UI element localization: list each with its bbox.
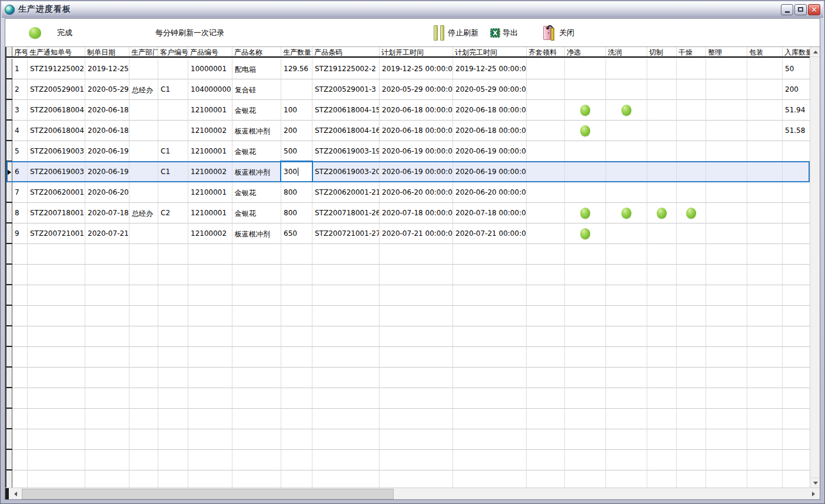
cell-customer_no[interactable]: [158, 182, 188, 203]
table-row[interactable]: 8STZ2007180012020-07-18总经办C212100001金银花8…: [6, 203, 810, 223]
cell-seq[interactable]: 4: [12, 121, 28, 141]
cell-plan_end[interactable]: 2020-06-18 00:00:00: [453, 100, 527, 121]
cell-product_name[interactable]: 复合硅: [232, 79, 281, 100]
cell-order_date[interactable]: 2020-06-20: [85, 182, 129, 203]
cell-qty[interactable]: [281, 79, 312, 100]
scroll-up-button[interactable]: [810, 47, 820, 57]
cell-notice_no[interactable]: STZ200721001: [28, 223, 85, 244]
cell-dept[interactable]: [129, 141, 158, 162]
cell-dept[interactable]: [129, 59, 158, 79]
column-header-zhengli[interactable]: 整理: [706, 47, 747, 56]
cell-dept[interactable]: 总经办: [129, 79, 158, 100]
cell-seq[interactable]: 3: [12, 100, 28, 121]
cell-customer_no[interactable]: C1: [158, 79, 188, 100]
column-header-jingxuan[interactable]: 净选: [565, 47, 606, 56]
column-header-qitao[interactable]: 齐套领料: [527, 47, 565, 56]
title-bar[interactable]: 生产进度看板 ✕: [2, 2, 823, 18]
table-row[interactable]: 5STZ2006190032020-06-19C112100001金银花500S…: [6, 141, 810, 162]
export-button[interactable]: X 导出: [490, 19, 518, 47]
table-row[interactable]: 1STZ1912250022019-12-2510000001配电箱129.56…: [6, 59, 810, 79]
column-header-ganzao[interactable]: 干燥: [677, 47, 706, 56]
cell-plan_start[interactable]: 2020-06-18 00:00:00: [380, 121, 453, 141]
cell-notice_no[interactable]: STZ200620001: [28, 182, 85, 203]
cell-product_no[interactable]: 12100002: [188, 223, 232, 244]
cell-barcode[interactable]: STZ200618004-15: [312, 100, 380, 121]
cell-plan_start[interactable]: 2020-06-20 00:00:00: [380, 182, 453, 203]
cell-product_no[interactable]: 12100001: [188, 141, 232, 162]
column-header-qty[interactable]: 生产数量: [281, 47, 312, 56]
cell-in_qty[interactable]: [783, 182, 810, 203]
cell-order_date[interactable]: 2019-12-25: [85, 59, 129, 79]
cell-order_date[interactable]: 2020-07-18: [85, 203, 129, 223]
cell-plan_start[interactable]: 2020-06-19 00:00:00: [380, 162, 453, 182]
cell-product_name[interactable]: 金银花: [232, 141, 281, 162]
cell-in_qty[interactable]: 51.58: [783, 121, 810, 141]
cell-order_date[interactable]: 2020-05-29: [85, 79, 129, 100]
table-row[interactable]: 9STZ2007210012020-07-2112100002板蓝根冲剂650S…: [6, 223, 810, 244]
column-header-order_date[interactable]: 制单日期: [85, 47, 129, 56]
cell-order_date[interactable]: 2020-06-19: [85, 141, 129, 162]
cell-customer_no[interactable]: C1: [158, 141, 188, 162]
cell-in_qty[interactable]: [783, 223, 810, 244]
vertical-scrollbar[interactable]: [810, 47, 820, 488]
cell-notice_no[interactable]: STZ200718001: [28, 203, 85, 223]
cell-plan_end[interactable]: 2020-06-19 00:00:00: [453, 141, 527, 162]
column-header-xirun[interactable]: 洗润: [606, 47, 647, 56]
cell-plan_start[interactable]: 2020-07-18 00:00:00: [380, 203, 453, 223]
cell-plan_end[interactable]: 2020-07-21 00:00:00: [453, 223, 527, 244]
cell-product_no[interactable]: 12100001: [188, 182, 232, 203]
cell-plan_start[interactable]: 2020-07-21 00:00:00: [380, 223, 453, 244]
table-row[interactable]: 4STZ2006180042020-06-1812100002板蓝根冲剂200S…: [6, 121, 810, 141]
cell-in_qty[interactable]: [783, 162, 810, 182]
cell-customer_no[interactable]: C1: [158, 162, 188, 182]
horizontal-scroll-thumb[interactable]: [22, 489, 394, 499]
cell-plan_start[interactable]: 2020-05-29 00:00:00: [380, 79, 453, 100]
cell-customer_no[interactable]: [158, 223, 188, 244]
cell-qty[interactable]: 100: [281, 100, 312, 121]
cell-product_name[interactable]: 板蓝根冲剂: [232, 162, 281, 182]
column-header-product_no[interactable]: 产品编号: [188, 47, 232, 56]
column-header-seq[interactable]: 序号: [12, 47, 28, 56]
column-header-notice_no[interactable]: 生产通知单号: [28, 47, 85, 56]
column-header-plan_end[interactable]: 计划完工时间: [453, 47, 527, 56]
column-header-barcode[interactable]: 产品条码: [312, 47, 380, 56]
cell-dept[interactable]: [129, 162, 158, 182]
cell-seq[interactable]: 1: [12, 59, 28, 79]
cell-barcode[interactable]: STZ200529001-3: [312, 79, 380, 100]
cell-in_qty[interactable]: 51.94: [783, 100, 810, 121]
cell-barcode[interactable]: STZ200619003-20: [312, 162, 380, 182]
horizontal-scrollbar[interactable]: [5, 488, 820, 499]
cell-plan_start[interactable]: 2020-06-18 00:00:00: [380, 100, 453, 121]
cell-notice_no[interactable]: STZ200619003: [28, 162, 85, 182]
cell-seq[interactable]: 2: [12, 79, 28, 100]
cell-product_no[interactable]: 12100002: [188, 121, 232, 141]
qty-edit-input[interactable]: 300: [280, 161, 313, 183]
cell-barcode[interactable]: STZ200718001-26: [312, 203, 380, 223]
cell-notice_no[interactable]: STZ200529001: [28, 79, 85, 100]
column-header-product_name[interactable]: 产品名称: [232, 47, 281, 56]
cell-in_qty[interactable]: [783, 141, 810, 162]
cell-plan_end[interactable]: 2020-06-20 00:00:00: [453, 182, 527, 203]
cell-in_qty[interactable]: 200: [783, 79, 810, 100]
column-header-in_qty[interactable]: 入库数量: [783, 47, 812, 56]
cell-notice_no[interactable]: STZ200618004: [28, 100, 85, 121]
cell-barcode[interactable]: STZ200721001-27: [312, 223, 380, 244]
cell-product_name[interactable]: 金银花: [232, 182, 281, 203]
cell-qty[interactable]: 650: [281, 223, 312, 244]
minimize-button[interactable]: [781, 4, 793, 15]
cell-seq[interactable]: 7: [12, 182, 28, 203]
cell-product_name[interactable]: 配电箱: [232, 59, 281, 79]
cell-product_name[interactable]: 板蓝根冲剂: [232, 223, 281, 244]
cell-order_date[interactable]: 2020-06-18: [85, 100, 129, 121]
cell-in_qty[interactable]: [783, 203, 810, 223]
table-row[interactable]: 7STZ2006200012020-06-2012100001金银花800STZ…: [6, 182, 810, 203]
cell-dept[interactable]: 总经办: [129, 203, 158, 223]
cell-product_no[interactable]: 12100001: [188, 203, 232, 223]
table-row[interactable]: 6STZ2006190032020-06-19C112100002板蓝根冲剂30…: [6, 162, 810, 182]
cell-dept[interactable]: [129, 121, 158, 141]
cell-qty[interactable]: 800: [281, 182, 312, 203]
cell-plan_end[interactable]: 2020-07-18 00:00:00: [453, 203, 527, 223]
cell-barcode[interactable]: STZ200618004-16: [312, 121, 380, 141]
column-header-plan_start[interactable]: 计划开工时间: [380, 47, 453, 56]
cell-dept[interactable]: [129, 182, 158, 203]
